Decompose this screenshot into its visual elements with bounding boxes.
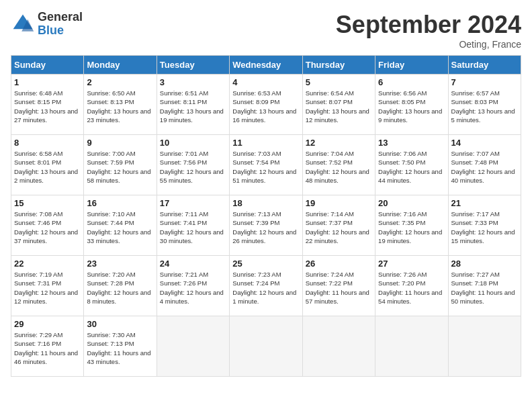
day-info: Sunrise: 7:21 AM Sunset: 7:26 PM Dayligh… bbox=[160, 270, 226, 306]
day-info: Sunrise: 6:53 AM Sunset: 8:09 PM Dayligh… bbox=[232, 89, 299, 124]
day-info: Sunrise: 7:06 AM Sunset: 7:50 PM Dayligh… bbox=[378, 149, 445, 185]
calendar-day-cell: 19Sunrise: 7:14 AM Sunset: 7:37 PM Dayli… bbox=[302, 195, 375, 256]
day-number: 30 bbox=[87, 319, 153, 329]
calendar-day-header: Friday bbox=[375, 56, 448, 75]
day-number: 9 bbox=[87, 138, 153, 148]
day-number: 17 bbox=[160, 198, 226, 208]
day-info: Sunrise: 7:23 AM Sunset: 7:24 PM Dayligh… bbox=[232, 270, 299, 306]
day-info: Sunrise: 7:30 AM Sunset: 7:13 PM Dayligh… bbox=[87, 330, 153, 366]
calendar-day-header: Wednesday bbox=[230, 56, 302, 75]
month-title: September 2024 bbox=[336, 11, 521, 39]
day-number: 15 bbox=[14, 198, 81, 208]
logo-general: General bbox=[38, 11, 83, 24]
calendar-day-cell: 9Sunrise: 7:00 AM Sunset: 7:59 PM Daylig… bbox=[84, 135, 157, 195]
calendar-day-cell: 5Sunrise: 6:54 AM Sunset: 8:07 PM Daylig… bbox=[302, 75, 375, 135]
day-info: Sunrise: 7:04 AM Sunset: 7:52 PM Dayligh… bbox=[306, 149, 372, 185]
calendar-day-header: Saturday bbox=[448, 56, 521, 75]
day-info: Sunrise: 7:17 AM Sunset: 7:33 PM Dayligh… bbox=[451, 210, 518, 245]
day-number: 8 bbox=[14, 138, 81, 148]
calendar-day-cell: 3Sunrise: 6:51 AM Sunset: 8:11 PM Daylig… bbox=[157, 75, 229, 135]
location: Oeting, France bbox=[336, 39, 521, 50]
calendar-week-row: 22Sunrise: 7:19 AM Sunset: 7:31 PM Dayli… bbox=[11, 256, 521, 316]
calendar-day-cell: 17Sunrise: 7:11 AM Sunset: 7:41 PM Dayli… bbox=[157, 195, 229, 256]
day-info: Sunrise: 6:51 AM Sunset: 8:11 PM Dayligh… bbox=[160, 89, 226, 124]
day-info: Sunrise: 7:14 AM Sunset: 7:37 PM Dayligh… bbox=[306, 210, 372, 245]
day-info: Sunrise: 7:08 AM Sunset: 7:46 PM Dayligh… bbox=[14, 210, 81, 245]
calendar-day-cell: 20Sunrise: 7:16 AM Sunset: 7:35 PM Dayli… bbox=[375, 195, 448, 256]
calendar-week-row: 1Sunrise: 6:48 AM Sunset: 8:15 PM Daylig… bbox=[11, 75, 521, 135]
day-info: Sunrise: 7:29 AM Sunset: 7:16 PM Dayligh… bbox=[14, 330, 81, 366]
day-info: Sunrise: 7:01 AM Sunset: 7:56 PM Dayligh… bbox=[160, 149, 226, 185]
calendar-day-cell: 13Sunrise: 7:06 AM Sunset: 7:50 PM Dayli… bbox=[375, 135, 448, 195]
day-info: Sunrise: 7:11 AM Sunset: 7:41 PM Dayligh… bbox=[160, 210, 226, 245]
logo-icon bbox=[11, 12, 35, 36]
calendar-day-header: Tuesday bbox=[157, 56, 229, 75]
day-number: 4 bbox=[232, 77, 299, 87]
calendar-day-cell bbox=[157, 316, 229, 377]
calendar-day-cell bbox=[302, 316, 375, 377]
calendar-day-cell: 26Sunrise: 7:24 AM Sunset: 7:22 PM Dayli… bbox=[302, 256, 375, 316]
calendar-day-cell: 28Sunrise: 7:27 AM Sunset: 7:18 PM Dayli… bbox=[448, 256, 521, 316]
day-number: 18 bbox=[232, 198, 299, 208]
day-info: Sunrise: 7:16 AM Sunset: 7:35 PM Dayligh… bbox=[378, 210, 445, 245]
day-info: Sunrise: 6:57 AM Sunset: 8:03 PM Dayligh… bbox=[451, 89, 518, 124]
calendar-day-cell bbox=[448, 316, 521, 377]
day-number: 21 bbox=[451, 198, 518, 208]
calendar-day-cell: 8Sunrise: 6:58 AM Sunset: 8:01 PM Daylig… bbox=[11, 135, 84, 195]
calendar-day-cell bbox=[375, 316, 448, 377]
day-number: 7 bbox=[451, 77, 518, 87]
calendar-body: 1Sunrise: 6:48 AM Sunset: 8:15 PM Daylig… bbox=[11, 75, 521, 377]
day-info: Sunrise: 7:00 AM Sunset: 7:59 PM Dayligh… bbox=[87, 149, 153, 185]
page-header: General Blue September 2024 Oeting, Fran… bbox=[11, 11, 521, 50]
day-info: Sunrise: 7:03 AM Sunset: 7:54 PM Dayligh… bbox=[232, 149, 299, 185]
calendar-day-cell: 14Sunrise: 7:07 AM Sunset: 7:48 PM Dayli… bbox=[448, 135, 521, 195]
day-info: Sunrise: 7:13 AM Sunset: 7:39 PM Dayligh… bbox=[232, 210, 299, 245]
day-number: 2 bbox=[87, 77, 153, 87]
calendar-day-cell: 30Sunrise: 7:30 AM Sunset: 7:13 PM Dayli… bbox=[84, 316, 157, 377]
calendar-day-cell: 11Sunrise: 7:03 AM Sunset: 7:54 PM Dayli… bbox=[230, 135, 302, 195]
day-info: Sunrise: 6:50 AM Sunset: 8:13 PM Dayligh… bbox=[87, 89, 153, 124]
day-number: 23 bbox=[87, 259, 153, 269]
day-number: 10 bbox=[160, 138, 226, 148]
day-info: Sunrise: 6:54 AM Sunset: 8:07 PM Dayligh… bbox=[306, 89, 372, 124]
day-info: Sunrise: 7:07 AM Sunset: 7:48 PM Dayligh… bbox=[451, 149, 518, 185]
calendar-day-cell: 21Sunrise: 7:17 AM Sunset: 7:33 PM Dayli… bbox=[448, 195, 521, 256]
day-number: 11 bbox=[232, 138, 299, 148]
logo: General Blue bbox=[11, 11, 83, 38]
day-info: Sunrise: 6:58 AM Sunset: 8:01 PM Dayligh… bbox=[14, 149, 81, 185]
calendar-day-cell: 23Sunrise: 7:20 AM Sunset: 7:28 PM Dayli… bbox=[84, 256, 157, 316]
calendar-day-cell: 6Sunrise: 6:56 AM Sunset: 8:05 PM Daylig… bbox=[375, 75, 448, 135]
day-info: Sunrise: 7:19 AM Sunset: 7:31 PM Dayligh… bbox=[14, 270, 81, 306]
day-info: Sunrise: 7:26 AM Sunset: 7:20 PM Dayligh… bbox=[378, 270, 445, 306]
calendar-day-cell: 16Sunrise: 7:10 AM Sunset: 7:44 PM Dayli… bbox=[84, 195, 157, 256]
calendar-day-cell: 25Sunrise: 7:23 AM Sunset: 7:24 PM Dayli… bbox=[230, 256, 302, 316]
calendar-week-row: 8Sunrise: 6:58 AM Sunset: 8:01 PM Daylig… bbox=[11, 135, 521, 195]
day-number: 27 bbox=[378, 259, 445, 269]
calendar-header-row: SundayMondayTuesdayWednesdayThursdayFrid… bbox=[11, 56, 521, 75]
day-number: 19 bbox=[306, 198, 372, 208]
day-number: 26 bbox=[306, 259, 372, 269]
day-number: 20 bbox=[378, 198, 445, 208]
calendar-day-cell bbox=[230, 316, 302, 377]
calendar-day-cell: 22Sunrise: 7:19 AM Sunset: 7:31 PM Dayli… bbox=[11, 256, 84, 316]
calendar-day-cell: 15Sunrise: 7:08 AM Sunset: 7:46 PM Dayli… bbox=[11, 195, 84, 256]
calendar-day-header: Sunday bbox=[11, 56, 84, 75]
day-number: 12 bbox=[306, 138, 372, 148]
calendar-day-header: Thursday bbox=[302, 56, 375, 75]
calendar-day-cell: 10Sunrise: 7:01 AM Sunset: 7:56 PM Dayli… bbox=[157, 135, 229, 195]
day-info: Sunrise: 7:27 AM Sunset: 7:18 PM Dayligh… bbox=[451, 270, 518, 306]
calendar-day-cell: 1Sunrise: 6:48 AM Sunset: 8:15 PM Daylig… bbox=[11, 75, 84, 135]
day-number: 24 bbox=[160, 259, 226, 269]
day-info: Sunrise: 7:10 AM Sunset: 7:44 PM Dayligh… bbox=[87, 210, 153, 245]
calendar-week-row: 29Sunrise: 7:29 AM Sunset: 7:16 PM Dayli… bbox=[11, 316, 521, 377]
logo-text: General Blue bbox=[38, 11, 83, 38]
day-number: 3 bbox=[160, 77, 226, 87]
calendar-day-cell: 4Sunrise: 6:53 AM Sunset: 8:09 PM Daylig… bbox=[230, 75, 302, 135]
day-number: 14 bbox=[451, 138, 518, 148]
calendar-day-cell: 12Sunrise: 7:04 AM Sunset: 7:52 PM Dayli… bbox=[302, 135, 375, 195]
day-info: Sunrise: 6:56 AM Sunset: 8:05 PM Dayligh… bbox=[378, 89, 445, 124]
day-number: 13 bbox=[378, 138, 445, 148]
calendar-day-cell: 7Sunrise: 6:57 AM Sunset: 8:03 PM Daylig… bbox=[448, 75, 521, 135]
logo-blue: Blue bbox=[38, 24, 83, 38]
day-number: 29 bbox=[14, 319, 81, 329]
